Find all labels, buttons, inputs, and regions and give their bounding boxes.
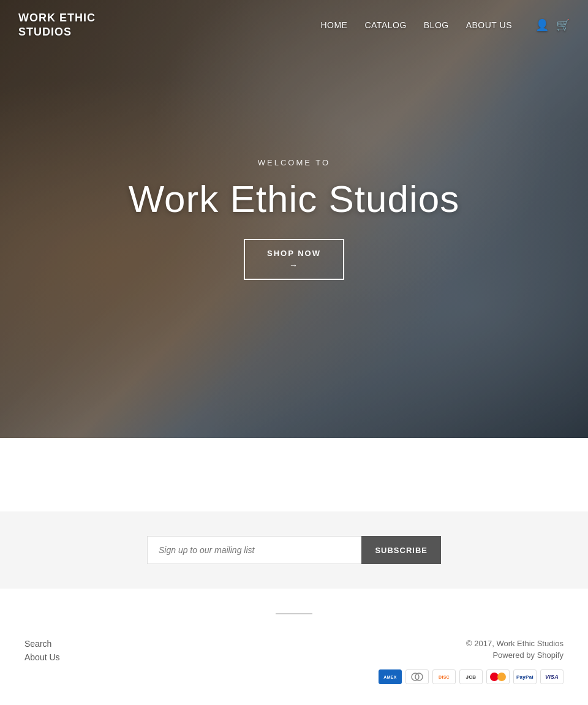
nav-catalog[interactable]: CATALOG <box>364 20 406 30</box>
hero-welcome-text: WELCOME TO <box>129 158 460 167</box>
footer-links: Search About Us <box>24 639 60 662</box>
mailing-section: SUBSCRIBE <box>0 511 588 589</box>
payment-icons: AMEX DISC JCB PayPal VISA <box>379 669 564 684</box>
hero-content: WELCOME TO Work Ethic Studios SHOP NOW → <box>129 158 460 280</box>
mastercard-circles <box>490 672 506 682</box>
nav-blog[interactable]: BLOG <box>424 20 449 30</box>
hero-section: WELCOME TO Work Ethic Studios SHOP NOW → <box>0 0 588 438</box>
main-nav: HOME CATALOG BLOG ABOUT US 👤 🛒 <box>320 18 570 32</box>
cart-icon[interactable]: 🛒 <box>556 18 570 32</box>
mailing-form: SUBSCRIBE <box>147 536 441 564</box>
footer-right: © 2017, Work Ethic Studios Powered by Sh… <box>379 639 564 684</box>
payment-icon-discover: DISC <box>432 669 456 684</box>
mailing-input[interactable] <box>147 536 361 564</box>
payment-icon-master <box>486 669 510 684</box>
payment-icon-visa: VISA <box>540 669 564 684</box>
site-logo[interactable]: WORK ETHIC STUDIOS <box>18 11 96 40</box>
divider-line <box>276 613 312 614</box>
footer-link-about-us[interactable]: About Us <box>24 652 60 662</box>
shop-now-button[interactable]: SHOP NOW → <box>244 239 344 280</box>
payment-icon-amex: AMEX <box>379 669 402 684</box>
payment-icon-paypal: PayPal <box>513 669 537 684</box>
subscribe-button[interactable]: SUBSCRIBE <box>361 536 441 564</box>
divider-section <box>0 589 588 627</box>
site-header: WORK ETHIC STUDIOS HOME CATALOG BLOG ABO… <box>0 0 588 51</box>
nav-utility-icons: 👤 🛒 <box>535 18 570 32</box>
mc-circle-orange <box>497 673 506 681</box>
shop-now-arrow: → <box>267 260 321 270</box>
nav-about-us[interactable]: ABOUT US <box>466 20 512 30</box>
hero-title: Work Ethic Studios <box>129 177 460 221</box>
copyright-text: © 2017, Work Ethic Studios <box>379 639 564 648</box>
nav-home[interactable]: HOME <box>320 20 347 30</box>
mid-section <box>0 438 588 511</box>
payment-icon-diners <box>405 669 429 684</box>
account-icon[interactable]: 👤 <box>535 18 549 32</box>
powered-by-text: Powered by Shopify <box>379 650 564 660</box>
payment-icon-jcb: JCB <box>459 669 483 684</box>
site-footer: Search About Us © 2017, Work Ethic Studi… <box>0 627 588 705</box>
footer-link-search[interactable]: Search <box>24 639 60 649</box>
